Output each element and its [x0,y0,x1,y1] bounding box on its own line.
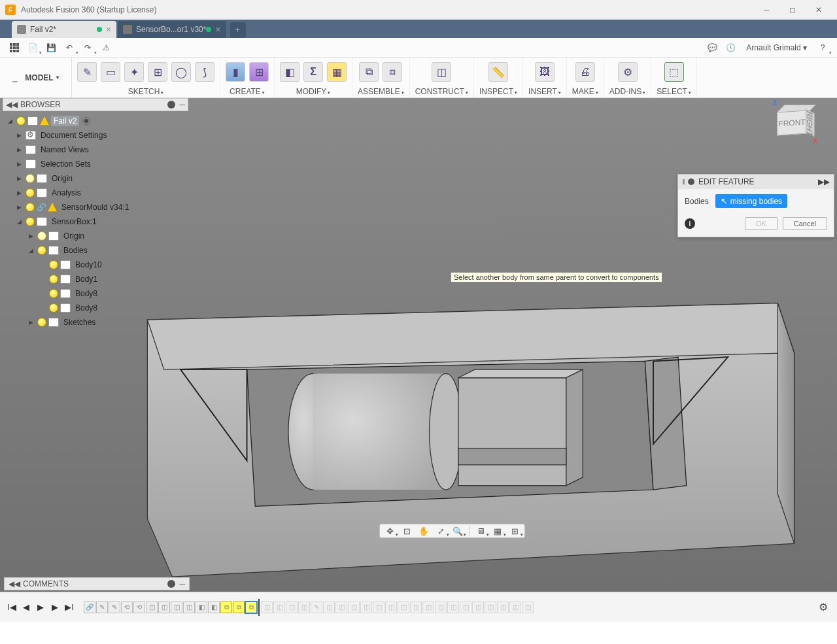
timeline-marker[interactable] [258,599,260,616]
save-button[interactable]: 💾 [43,40,59,56]
display-settings-icon[interactable]: 🖥▾ [475,525,487,537]
timeline-feature-warning[interactable]: ⧉ [220,602,232,613]
timeline-feature[interactable]: ◫ [323,602,335,613]
timeline-feature[interactable]: ◫ [286,602,298,613]
sum-icon[interactable]: Σ [303,62,323,82]
visibility-bulb-icon[interactable] [16,116,26,126]
tree-item-body[interactable]: Body8 [3,301,188,315]
active-radio-icon[interactable] [82,117,90,125]
tree-item-body[interactable]: Body10 [3,258,188,272]
extrude-icon[interactable]: ▮ [226,62,245,82]
file-menu-button[interactable]: 📄▾ [25,40,41,56]
comments-bar[interactable]: ◀◀ COMMENTS ─ [4,577,190,590]
press-pull-icon[interactable]: ◧ [280,62,299,82]
tree-root[interactable]: ◢Fail v2 [3,114,188,128]
timeline-feature[interactable]: ◧ [208,602,220,613]
timeline-feature[interactable]: ◫ [261,602,273,613]
close-button[interactable]: ✕ [806,0,832,20]
visibility-bulb-icon[interactable] [26,217,35,226]
warning-icon[interactable]: ⚠ [98,40,114,56]
job-status-button[interactable]: 🕓 [723,40,738,56]
timeline-play-button[interactable]: ▶ [34,601,47,614]
pin-icon[interactable]: ▶▶ [818,177,830,186]
visibility-bulb-icon[interactable] [26,203,35,212]
timeline-feature[interactable]: ◫ [447,602,459,613]
timeline-feature[interactable]: ◫ [509,602,521,613]
visibility-bulb-icon[interactable] [37,231,46,241]
ok-button[interactable]: OK [745,217,777,230]
tab-close-icon[interactable]: × [215,24,220,35]
chevron-left-icon[interactable]: ◀◀ [9,579,20,588]
circle-icon[interactable]: ◯ [171,62,191,82]
extensions-button[interactable]: 💬 [704,40,720,56]
tree-item-named-views[interactable]: ▶Named Views [3,143,188,157]
new-tab-button[interactable]: + [230,22,246,38]
timeline-feature[interactable]: ◫ [460,602,471,613]
arc-icon[interactable]: ⟆ [195,62,214,82]
visibility-bulb-icon[interactable] [37,246,46,255]
timeline-feature[interactable]: ◫ [385,602,397,613]
cancel-button[interactable]: Cancel [783,217,827,230]
user-menu[interactable]: Arnault Grimald ▾ [741,43,812,52]
timeline-feature[interactable]: ✎ [96,602,108,613]
timeline-feature[interactable]: ◫ [422,602,434,613]
tree-item-origin[interactable]: ▶Origin [3,171,188,186]
timeline-feature[interactable]: ◫ [398,602,409,613]
workspace-switcher[interactable]: ⎯ MODEL▾ [0,58,72,97]
collapse-dot-icon[interactable] [688,178,694,185]
timeline-feature[interactable]: 🔗 [84,602,95,613]
missing-bodies-chip[interactable]: ↖missing bodies [715,194,787,208]
zoom-icon[interactable]: ⤢▾ [435,525,447,537]
timeline-start-button[interactable]: I◀ [5,601,18,614]
collapse-icon[interactable]: ◀◀ [6,100,18,109]
timeline-step-back-button[interactable]: ◀ [20,601,33,614]
timeline-feature[interactable]: ◧ [196,602,207,613]
timeline-feature[interactable]: ⟲ [133,602,145,613]
undo-button[interactable]: ↶▾ [61,40,77,56]
data-panel-button[interactable] [7,40,22,56]
timeline-feature[interactable]: ◫ [410,602,422,613]
timeline-strip[interactable]: 🔗 ✎ ✎ ⟲ ⟲ ◫ ◫ ◫ ◫ ◧ ◧ ⧉ ⧉ ⧉ ◫ ◫ ◫ ◫ ✎ ◫ … [84,599,819,616]
look-at-icon[interactable]: ⊡ [401,525,413,537]
tree-item-sketches[interactable]: ▶Sketches [3,315,188,330]
timeline-feature[interactable]: ◫ [335,602,347,613]
maximize-button[interactable]: ◻ [779,0,806,20]
visibility-bulb-icon[interactable] [49,303,58,313]
fit-icon[interactable]: 🔍▾ [452,525,464,537]
visibility-bulb-icon[interactable] [26,174,35,183]
params-icon[interactable]: ▦ [327,62,347,82]
tree-item-body[interactable]: Body8 [3,286,188,301]
visibility-bulb-icon[interactable] [49,289,58,298]
timeline-feature[interactable]: ◫ [435,602,447,613]
info-icon[interactable]: i [685,218,695,229]
timeline-feature[interactable]: ◫ [183,602,195,613]
timeline-feature[interactable]: ◫ [298,602,310,613]
minimize-icon[interactable]: ─ [179,579,185,588]
pan-icon[interactable]: ✋ [418,525,430,537]
visibility-bulb-icon[interactable] [49,275,58,284]
timeline-feature[interactable]: ◫ [171,602,182,613]
document-tab-inactive[interactable]: SensorBo...or1 v30* × [118,21,226,38]
create-sketch-icon[interactable]: ✎ [77,62,97,82]
tree-item-body[interactable]: Body1 [3,272,188,286]
visibility-bulb-icon[interactable] [49,260,58,269]
tree-item-analysis[interactable]: ▶Analysis [3,186,188,200]
timeline-feature[interactable]: ◫ [485,602,496,613]
center-rect-icon[interactable]: ⊞ [148,62,167,82]
document-tab-active[interactable]: Fail v2* × [12,21,116,38]
timeline-feature[interactable]: ◫ [522,602,534,613]
settings-dot-icon[interactable] [167,101,175,109]
timeline-end-button[interactable]: ▶I [63,601,76,614]
tree-item-sensormould[interactable]: ▶🔗SensorMould v34:1 [3,200,188,214]
timeline-feature-warning[interactable]: ⧉ [233,602,245,613]
panel-header[interactable]: ⦀EDIT FEATURE▶▶ [678,175,834,189]
visibility-bulb-icon[interactable] [26,188,35,197]
minimize-button[interactable]: ─ [753,0,779,20]
timeline-feature-active[interactable]: ⧉ [245,602,257,613]
tab-close-icon[interactable]: × [106,24,111,35]
timeline-feature[interactable]: ◫ [472,602,484,613]
tree-item-bodies[interactable]: ◢Bodies [3,243,188,258]
minimize-icon[interactable]: ─ [179,100,185,109]
timeline-settings-button[interactable]: ⚙ [819,601,832,614]
select-icon[interactable]: ⬚ [664,62,684,82]
